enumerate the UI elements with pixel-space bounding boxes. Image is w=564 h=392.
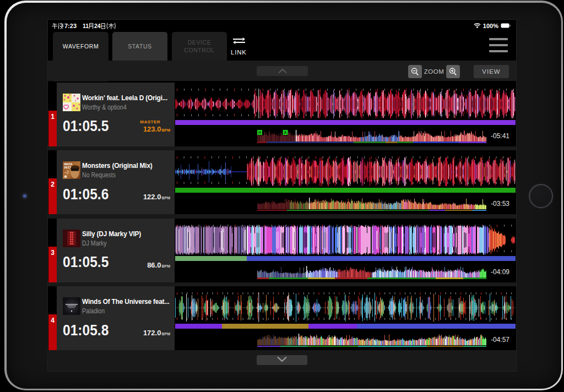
link-arrows-icon — [232, 37, 246, 46]
mini-phrase-bar — [257, 141, 486, 143]
album-art — [63, 230, 80, 247]
collapse-up-button[interactable] — [257, 66, 308, 76]
waveform-toolbar: ZOOM VIEW — [48, 61, 516, 81]
track-artist: Paladion — [82, 307, 165, 315]
expand-down-button[interactable] — [257, 355, 307, 365]
deck-row[interactable]: 2 IBIZA 2017 –2 i Monsters (Original Mix… — [48, 150, 516, 214]
main-waveform[interactable] — [175, 287, 516, 323]
album-art — [63, 297, 80, 315]
track-title: Winds Of The Universe feat... — [82, 298, 172, 306]
app-screen: 午後7:23 11月24日(木) 7:23 11 24 — [48, 20, 516, 371]
mini-phrase-bar — [257, 277, 486, 279]
time-remaining: -05:41 — [491, 132, 509, 140]
view-button[interactable]: VIEW — [474, 65, 509, 78]
bpm-unit: BPM — [161, 332, 170, 336]
deck-list: 1 Workin' feat. Leela D (Origi... Worthy… — [48, 81, 516, 350]
bpm-unit: BPM — [161, 196, 170, 200]
magnifier-plus-icon — [448, 67, 458, 77]
track-title: Silly (DJ Marky VIP) — [82, 230, 172, 238]
track-artist: DJ Marky — [82, 239, 165, 247]
main-waveform[interactable] — [175, 220, 516, 255]
phrase-bar — [175, 188, 516, 193]
menu-button[interactable] — [489, 38, 508, 52]
bpm-value: 123.0BPM — [143, 125, 170, 133]
tab-waveform[interactable]: WAVEFORM — [53, 32, 109, 81]
status-bar: 午後7:23 11月24日(木) 7:23 11 24 — [48, 20, 516, 32]
status-datetime: 7:23 11 24 — [52, 23, 123, 30]
zoom-out-button[interactable] — [408, 65, 422, 78]
magnifier-minus-icon — [410, 67, 420, 77]
waveform-area[interactable]: -04:57 — [175, 286, 516, 350]
home-button[interactable] — [529, 184, 553, 208]
album-art — [63, 94, 80, 111]
status-date-day: 24 — [94, 23, 101, 29]
tab-link-label: LINK — [231, 49, 247, 56]
zoom-in-button[interactable] — [446, 65, 460, 78]
bpm-unit: BPM — [161, 264, 170, 268]
tab-device-control[interactable]: DEVICE CONTROL — [172, 32, 227, 61]
track-title: Workin' feat. Leela D (Origi... — [82, 94, 172, 102]
wifi-icon — [474, 23, 481, 29]
waveform-area[interactable]: -05:41 — [175, 83, 516, 146]
time-remaining: -04:57 — [491, 336, 509, 344]
time-remaining: -03:53 — [491, 200, 509, 208]
zoom-label: ZOOM — [422, 68, 446, 75]
svg-text:–2: –2 — [64, 170, 69, 174]
battery-icon — [501, 23, 511, 28]
deck-row[interactable]: 4 Winds Of The Universe feat... Paladion… — [48, 286, 516, 350]
time-remaining: -04:09 — [491, 268, 509, 276]
elapsed-time: 01:05.5 — [63, 118, 109, 135]
preview-waveform[interactable] — [257, 198, 486, 209]
chevron-up-icon — [278, 68, 288, 74]
main-waveform[interactable] — [175, 151, 516, 187]
track-title: Monsters (Original Mix) — [82, 162, 172, 170]
tab-device-control-label: DEVICE CONTROL — [172, 39, 227, 54]
bottom-bar — [48, 350, 516, 371]
status-date-month: 11 — [83, 23, 89, 29]
bpm-value: 172.0BPM — [143, 329, 170, 337]
phrase-bar — [175, 120, 516, 125]
track-artist: No Requests — [82, 171, 165, 179]
waveform-area[interactable]: -04:09 — [175, 219, 516, 282]
mini-phrase-bar — [257, 210, 486, 211]
phrase-bar — [175, 256, 516, 261]
deck-row[interactable]: 3 Silly (DJ Marky VIP) DJ Marky 01:05.5 … — [48, 219, 516, 282]
waveform-area[interactable]: -03:53 — [175, 150, 516, 214]
deck-number-tab: 1 — [48, 111, 57, 146]
deck-number: 4 — [51, 317, 55, 324]
elapsed-time: 01:05.8 — [63, 322, 109, 339]
bpm-unit: BPM — [161, 128, 170, 132]
battery-percent: 100% — [483, 23, 498, 29]
preview-waveform[interactable] — [257, 334, 486, 345]
row-divider — [48, 282, 516, 287]
elapsed-time: 01:05.6 — [63, 186, 109, 203]
row-divider — [48, 146, 516, 151]
deck-row[interactable]: 1 Workin' feat. Leela D (Origi... Worthy… — [48, 83, 516, 146]
status-time-digits: 7:23 — [64, 23, 77, 29]
deck-number-tab: 2 — [48, 178, 57, 214]
deck-info-panel[interactable]: Workin' feat. Leela D (Origi... Worthy &… — [57, 83, 175, 146]
deck-info-panel[interactable]: Winds Of The Universe feat... Paladion 0… — [57, 286, 175, 350]
tab-status-label: STATUS — [128, 43, 151, 50]
bpm-value: 122.0BPM — [143, 193, 170, 201]
track-artist: Worthy & option4 — [82, 104, 165, 111]
preview-waveform[interactable] — [257, 130, 486, 141]
mini-phrase-bar — [257, 346, 486, 347]
preview-waveform[interactable] — [257, 266, 486, 277]
deck-number: 2 — [51, 181, 55, 188]
tab-link[interactable]: LINK — [230, 35, 261, 59]
tab-status[interactable]: STATUS — [112, 32, 167, 61]
deck-number-tab: 4 — [48, 314, 57, 350]
deck-info-panel[interactable]: Silly (DJ Marky VIP) DJ Marky 01:05.5 86… — [57, 219, 175, 282]
deck-number: 1 — [51, 113, 55, 121]
deck-number: 3 — [51, 249, 55, 257]
chevron-down-icon — [276, 356, 288, 362]
hamburger-icon — [489, 38, 508, 40]
main-waveform[interactable] — [175, 84, 516, 119]
deck-info-panel[interactable]: IBIZA 2017 –2 i Monsters (Original Mix) … — [57, 150, 175, 214]
deck-number-tab: 3 — [48, 247, 57, 282]
elapsed-time: 01:05.5 — [63, 254, 109, 271]
svg-text:2017: 2017 — [64, 166, 72, 169]
phrase-bar — [175, 324, 516, 329]
row-divider — [48, 214, 516, 219]
